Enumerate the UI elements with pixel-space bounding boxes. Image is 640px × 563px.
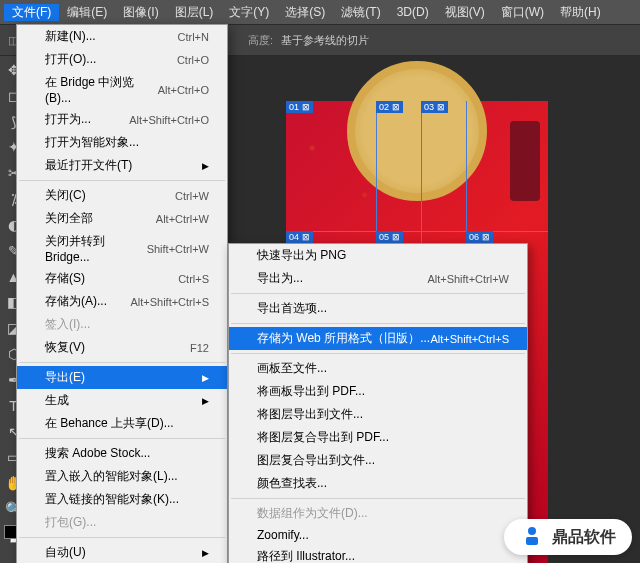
menu-item-label: 图层复合导出到文件...	[257, 452, 375, 469]
menu-item[interactable]: 关闭并转到 Bridge...Shift+Ctrl+W	[17, 230, 227, 267]
menu-item-label: 路径到 Illustrator...	[257, 548, 355, 563]
menubar-item[interactable]: 帮助(H)	[552, 4, 609, 21]
menu-shortcut: Alt+Shift+Ctrl+O	[129, 114, 209, 126]
menubar-item[interactable]: 选择(S)	[277, 4, 333, 21]
menu-item-label: 画板至文件...	[257, 360, 327, 377]
menu-item-label: 将画板导出到 PDF...	[257, 383, 365, 400]
height-label: 高度:	[248, 33, 273, 48]
menu-item-label: 打开为智能对象...	[45, 134, 139, 151]
menu-shortcut: Alt+Shift+Ctrl+S	[430, 333, 509, 345]
menu-item: 数据组作为文件(D)...	[229, 502, 527, 525]
slice-number: 06 ⊠	[466, 231, 493, 243]
slice-number: 02 ⊠	[376, 101, 403, 113]
slice-number: 04 ⊠	[286, 231, 313, 243]
file-menu-dropdown: 新建(N)...Ctrl+N打开(O)...Ctrl+O在 Bridge 中浏览…	[16, 24, 228, 563]
slice-number: 03 ⊠	[421, 101, 448, 113]
menu-item: 打包(G)...	[17, 511, 227, 534]
menu-item[interactable]: 将画板导出到 PDF...	[229, 380, 527, 403]
menu-item: 签入(I)...	[17, 313, 227, 336]
menu-shortcut: F12	[190, 342, 209, 354]
menu-separator	[19, 180, 225, 181]
watermark-logo-icon	[520, 525, 544, 549]
menubar-item[interactable]: 图层(L)	[167, 4, 222, 21]
menu-item[interactable]: 置入链接的智能对象(K)...	[17, 488, 227, 511]
menu-item[interactable]: 图层复合导出到文件...	[229, 449, 527, 472]
menu-item[interactable]: 颜色查找表...	[229, 472, 527, 495]
menu-item[interactable]: 在 Behance 上共享(D)...	[17, 412, 227, 435]
menubar-item[interactable]: 窗口(W)	[493, 4, 552, 21]
menubar-item[interactable]: 编辑(E)	[59, 4, 115, 21]
menu-item[interactable]: 存储为 Web 所用格式（旧版）...Alt+Shift+Ctrl+S	[229, 327, 527, 350]
menu-item-label: 关闭并转到 Bridge...	[45, 233, 147, 264]
menu-item[interactable]: 导出首选项...	[229, 297, 527, 320]
menu-item-label: 置入链接的智能对象(K)...	[45, 491, 179, 508]
menu-item[interactable]: 新建(N)...Ctrl+N	[17, 25, 227, 48]
menu-separator	[19, 362, 225, 363]
menu-item[interactable]: 恢复(V)F12	[17, 336, 227, 359]
menu-separator	[231, 498, 525, 499]
menu-item-label: 关闭全部	[45, 210, 93, 227]
menu-item-label: 将图层导出到文件...	[257, 406, 363, 423]
menu-separator	[231, 353, 525, 354]
menu-item-label: 在 Bridge 中浏览(B)...	[45, 74, 158, 105]
menubar-item[interactable]: 3D(D)	[389, 5, 437, 19]
menu-item-label: 在 Behance 上共享(D)...	[45, 415, 174, 432]
menu-item[interactable]: 最近打开文件(T)▶	[17, 154, 227, 177]
menu-item-label: 颜色查找表...	[257, 475, 327, 492]
svg-rect-1	[526, 537, 538, 545]
menu-item[interactable]: 自动(U)▶	[17, 541, 227, 563]
menu-item-label: 生成	[45, 392, 69, 409]
submenu-arrow-icon: ▶	[202, 373, 209, 383]
svg-point-0	[528, 527, 536, 535]
menu-item[interactable]: 导出为...Alt+Shift+Ctrl+W	[229, 267, 527, 290]
menu-shortcut: Alt+Ctrl+W	[156, 213, 209, 225]
menu-item-label: 存储为 Web 所用格式（旧版）...	[257, 330, 430, 347]
menu-item[interactable]: 导出(E)▶	[17, 366, 227, 389]
slice-number: 01 ⊠	[286, 101, 313, 113]
menu-item[interactable]: 置入嵌入的智能对象(L)...	[17, 465, 227, 488]
menu-item[interactable]: 打开为...Alt+Shift+Ctrl+O	[17, 108, 227, 131]
menu-shortcut: Ctrl+S	[178, 273, 209, 285]
menu-item[interactable]: Zoomify...	[229, 525, 527, 545]
menu-item-label: 打包(G)...	[45, 514, 96, 531]
menu-item[interactable]: 将图层复合导出到 PDF...	[229, 426, 527, 449]
menu-item-label: 存储(S)	[45, 270, 85, 287]
menu-item-label: 签入(I)...	[45, 316, 90, 333]
menu-item[interactable]: 快速导出为 PNG	[229, 244, 527, 267]
menu-item[interactable]: 将图层导出到文件...	[229, 403, 527, 426]
menubar-item[interactable]: 滤镜(T)	[333, 4, 388, 21]
menu-item[interactable]: 打开(O)...Ctrl+O	[17, 48, 227, 71]
menubar-item[interactable]: 文件(F)	[4, 4, 59, 21]
menu-item[interactable]: 路径到 Illustrator...	[229, 545, 527, 563]
watermark: 鼎品软件	[504, 519, 632, 555]
menu-separator	[231, 293, 525, 294]
menu-item-label: 快速导出为 PNG	[257, 247, 346, 264]
menu-item-label: 打开为...	[45, 111, 91, 128]
menubar-item[interactable]: 图像(I)	[115, 4, 166, 21]
chinese-knot	[510, 121, 540, 201]
menu-item-label: 最近打开文件(T)	[45, 157, 132, 174]
menu-shortcut: Alt+Shift+Ctrl+S	[130, 296, 209, 308]
menu-item[interactable]: 打开为智能对象...	[17, 131, 227, 154]
menu-shortcut: Alt+Ctrl+O	[158, 84, 209, 96]
menu-item-label: 恢复(V)	[45, 339, 85, 356]
menu-item[interactable]: 关闭全部Alt+Ctrl+W	[17, 207, 227, 230]
menu-separator	[19, 537, 225, 538]
menu-item[interactable]: 生成▶	[17, 389, 227, 412]
menu-item-label: 自动(U)	[45, 544, 86, 561]
menu-item[interactable]: 在 Bridge 中浏览(B)...Alt+Ctrl+O	[17, 71, 227, 108]
menu-item-label: 将图层复合导出到 PDF...	[257, 429, 389, 446]
menu-item[interactable]: 关闭(C)Ctrl+W	[17, 184, 227, 207]
menu-item[interactable]: 画板至文件...	[229, 357, 527, 380]
menu-item-label: Zoomify...	[257, 528, 309, 542]
menubar-item[interactable]: 文字(Y)	[221, 4, 277, 21]
menu-item[interactable]: 存储为(A)...Alt+Shift+Ctrl+S	[17, 290, 227, 313]
slice-button[interactable]: 基于参考线的切片	[281, 33, 369, 48]
menubar: 文件(F)编辑(E)图像(I)图层(L)文字(Y)选择(S)滤镜(T)3D(D)…	[0, 0, 640, 24]
menu-item[interactable]: 搜索 Adobe Stock...	[17, 442, 227, 465]
menu-item[interactable]: 存储(S)Ctrl+S	[17, 267, 227, 290]
watermark-text: 鼎品软件	[552, 527, 616, 548]
menu-separator	[231, 323, 525, 324]
menu-item-label: 关闭(C)	[45, 187, 86, 204]
menubar-item[interactable]: 视图(V)	[437, 4, 493, 21]
